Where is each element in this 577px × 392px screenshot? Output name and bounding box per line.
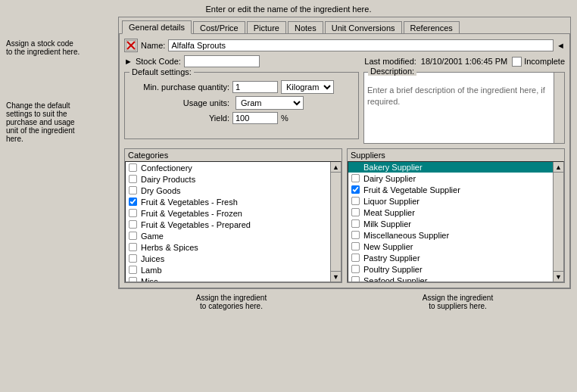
suppliers-list: Bakery SupplierDairy SupplierFruit & Veg… <box>348 161 564 282</box>
list-item[interactable]: Fruit & Vegetable Supplier <box>348 184 553 195</box>
categories-list: ConfectioneryDairy ProductsDry GoodsFrui… <box>125 161 342 282</box>
list-item[interactable]: Lamb <box>126 264 330 275</box>
usage-units-select[interactable]: Gram Kilogram <box>235 96 304 110</box>
incomplete-checkbox[interactable] <box>512 57 522 67</box>
list-item[interactable]: New Supplier <box>348 241 553 252</box>
usage-units-label: Usage units: <box>131 98 229 107</box>
name-arrow: ◄ <box>557 41 565 50</box>
categories-label: Categories <box>125 149 342 161</box>
yield-percent: % <box>281 114 288 123</box>
list-item[interactable]: Pastry Supplier <box>348 252 553 263</box>
name-label: Name: <box>141 41 165 50</box>
tab-picture[interactable]: Picture <box>247 21 286 34</box>
default-settings-box: Default settings: Min. purchase quantity… <box>124 72 359 139</box>
default-settings-hint: Change the defaultsettings to suit thepu… <box>6 101 118 143</box>
list-item[interactable]: Seafood Supplier <box>348 275 553 282</box>
tab-references[interactable]: References <box>404 21 460 34</box>
list-item[interactable]: Meat Supplier <box>348 207 553 218</box>
tab-unit-conversions[interactable]: Unit Conversions <box>325 21 402 34</box>
min-purchase-input[interactable] <box>232 81 278 93</box>
categories-scrollbar[interactable]: ▲ ▼ <box>330 162 341 282</box>
tab-general-details[interactable]: General details <box>122 20 192 34</box>
categories-annotation: Assign the ingredientto categories here. <box>118 292 345 310</box>
list-item[interactable]: Misc <box>126 275 330 282</box>
description-placeholder: Enter a brief description of the ingredi… <box>364 73 564 111</box>
stock-code-hint: Assign a stock codeto the ingredient her… <box>6 39 118 56</box>
list-item[interactable]: Dairy Products <box>126 173 330 185</box>
min-purchase-label: Min. purchase quantity: <box>131 82 229 92</box>
name-input[interactable] <box>168 39 554 51</box>
list-item[interactable]: Dairy Supplier <box>348 173 553 184</box>
categories-box: Categories ConfectioneryDairy ProductsDr… <box>124 148 342 283</box>
tab-cost-price[interactable]: Cost/Price <box>193 21 245 34</box>
list-item[interactable]: Game <box>126 230 330 241</box>
stock-code-label: Stock Code: <box>136 57 181 66</box>
suppliers-annotation: Assign the ingredientto suppliers here. <box>345 292 571 310</box>
list-item[interactable]: Fruit & Vegetables - Prepared <box>126 219 330 230</box>
description-box: Enter a brief description of the ingredi… <box>363 72 565 144</box>
description-scrollbar[interactable] <box>554 73 564 143</box>
default-settings-legend: Default settings: <box>129 67 194 76</box>
yield-label: Yield: <box>131 114 229 123</box>
list-item[interactable]: Miscellaneous Supplier <box>348 229 553 241</box>
list-item[interactable]: Fruit & Vegetables - Fresh <box>126 196 330 207</box>
list-item[interactable]: Milk Supplier <box>348 218 553 229</box>
yield-input[interactable] <box>232 112 278 124</box>
tabs-row: General details Cost/Price Picture Notes… <box>119 17 570 33</box>
incomplete-label: Incomplete <box>524 57 565 66</box>
list-item[interactable]: Herbs & Spices <box>126 241 330 253</box>
last-modified-label: Last modified: <box>364 57 416 66</box>
stock-arrow: ► <box>124 57 133 66</box>
list-item[interactable]: Poultry Supplier <box>348 263 553 275</box>
list-item[interactable]: Fruit & Vegetables - Frozen <box>126 207 330 219</box>
tab-notes[interactable]: Notes <box>288 21 323 34</box>
stock-code-input[interactable] <box>184 55 260 67</box>
list-item[interactable]: Liquor Supplier <box>348 195 553 207</box>
suppliers-scrollbar[interactable]: ▲ ▼ <box>553 162 563 282</box>
top-hint: Enter or edit the name of the ingredient… <box>0 0 577 17</box>
min-purchase-unit-select[interactable]: Kilogram Gram Litre <box>281 80 334 94</box>
list-item[interactable]: Confectionery <box>126 162 330 173</box>
list-item[interactable]: Bakery Supplier <box>348 162 553 173</box>
red-x-icon[interactable] <box>124 39 138 52</box>
list-item[interactable]: Dry Goods <box>126 185 330 196</box>
suppliers-box: Suppliers Bakery SupplierDairy SupplierF… <box>347 148 565 283</box>
description-label: Description: <box>368 67 416 76</box>
suppliers-label: Suppliers <box>348 149 564 161</box>
list-item[interactable]: Juices <box>126 253 330 264</box>
last-modified-value: 18/10/2001 1:06:45 PM <box>421 57 507 66</box>
